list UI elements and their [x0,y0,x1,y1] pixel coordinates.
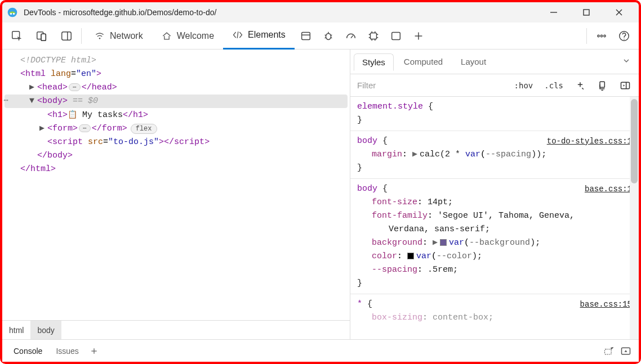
collapse-arrow-icon[interactable]: ▼ [29,95,37,108]
maximize-button[interactable] [577,5,596,20]
svg-rect-4 [584,10,589,15]
rule-body-todo[interactable]: to-do-styles.css:1 body { margin: ▶calc(… [350,131,639,179]
body-node-selected[interactable]: ⋯▼<body> == $0 [5,95,348,108]
svg-line-23 [351,35,353,38]
add-drawer-tab-icon[interactable] [86,343,103,359]
inspect-element-icon[interactable] [6,25,28,47]
crumb-html[interactable]: html [2,321,30,339]
expand-panel-icon[interactable] [617,54,635,70]
svg-line-22 [330,37,332,38]
more-options-icon[interactable] [590,25,613,47]
tab-welcome[interactable]: Welcome [152,23,223,50]
tab-computed[interactable]: Computed [396,53,451,70]
color-swatch[interactable] [440,239,447,246]
color-swatch[interactable] [407,253,414,259]
expand-arrow-icon[interactable]: ▶ [39,122,47,136]
dock-side-icon[interactable] [55,25,78,47]
source-link[interactable]: base.css:15 [580,298,632,311]
collapse-drawer-icon[interactable] [617,343,634,359]
tab-layout[interactable]: Layout [453,53,494,70]
scroll-track[interactable] [630,97,639,339]
tab-elements-label: Elements [248,30,286,40]
svg-rect-9 [41,34,46,41]
body-close-tag[interactable]: </body> [37,151,73,160]
svg-point-1 [10,13,12,15]
styles-pane: Styles Computed Layout :hov .cls [350,50,639,339]
expand-triangle-icon[interactable]: ▶ [433,238,438,248]
svg-point-2 [13,13,15,15]
toggle-sidebar-icon[interactable] [615,78,635,93]
h1-node[interactable]: <h1> [47,110,68,120]
drawer: Console Issues [2,339,639,362]
issues-shortcut-icon[interactable] [600,343,617,359]
svg-point-13 [99,37,101,39]
tab-elements[interactable]: Elements [223,23,295,50]
head-node[interactable]: <head> [37,83,68,92]
svg-point-36 [598,35,599,37]
close-button[interactable] [609,5,629,20]
svg-point-17 [326,33,331,39]
svg-line-20 [330,35,332,35]
new-style-rule-icon[interactable] [570,78,590,93]
svg-point-37 [600,35,602,37]
tab-application-icon[interactable] [295,25,317,47]
tab-debugger-icon[interactable] [317,25,340,47]
tab-network-label: Network [110,31,143,41]
copy-styles-icon[interactable] [593,78,613,93]
cls-toggle[interactable]: .cls [540,79,568,92]
doctype-node[interactable]: <!DOCTYPE html> [20,56,96,65]
scroll-thumb[interactable] [631,99,638,183]
script-node[interactable]: <script [47,137,83,147]
form-node[interactable]: <form> [47,124,78,133]
dom-tree[interactable]: <!DOCTYPE html> <html lang="en"> ▶<head>… [2,50,350,320]
tab-styles[interactable]: Styles [354,53,394,71]
filter-bar: :hov .cls [350,74,639,97]
svg-line-21 [324,37,326,38]
flex-badge[interactable]: flex [131,124,157,134]
rule-body-base[interactable]: base.css:1 body { font-size: 14pt; font-… [350,179,639,294]
tab-welcome-label: Welcome [177,31,214,41]
rule-universal[interactable]: base.css:15 * { box-sizing: content-box; [350,294,639,328]
tab-more-icon[interactable] [385,25,407,47]
window-title: DevTools - microsoftedge.github.io/Demos… [24,8,544,17]
svg-rect-24 [370,33,376,39]
device-emulation-icon[interactable] [30,25,53,47]
drawer-tab-issues[interactable]: Issues [49,343,85,359]
svg-rect-43 [600,82,604,87]
tab-memory-icon[interactable] [362,25,385,47]
svg-line-14 [237,32,238,38]
expand-arrow-icon[interactable]: ▶ [29,81,37,95]
expand-triangle-icon[interactable]: ▶ [412,150,417,159]
hov-toggle[interactable]: :hov [510,79,538,92]
svg-point-40 [624,38,624,39]
rule-element-style[interactable]: element.style { } [350,97,639,131]
svg-point-38 [604,35,606,37]
dom-tree-pane: <!DOCTYPE html> <html lang="en"> ▶<head>… [2,50,350,339]
selected-annotation: == $0 [73,96,98,106]
svg-rect-45 [621,82,630,89]
svg-rect-33 [391,32,400,39]
titlebar: DevTools - microsoftedge.github.io/Demos… [2,2,639,23]
styles-tabs: Styles Computed Layout [350,50,639,74]
clipboard-icon: 📋 [68,110,77,119]
tab-network[interactable]: Network [85,23,152,50]
help-icon[interactable] [613,25,635,47]
minimize-button[interactable] [544,5,563,20]
styles-filter-input[interactable] [350,74,510,96]
svg-rect-11 [62,32,72,40]
ellipsis-badge[interactable]: ⋯ [79,124,91,132]
add-tab-icon[interactable] [407,25,430,47]
source-link[interactable]: to-do-styles.css:1 [547,134,632,148]
devtools-app-icon [7,7,18,18]
ellipsis-badge[interactable]: ⋯ [69,83,81,91]
svg-line-19 [324,35,326,35]
html-open-tag[interactable]: <html [20,69,46,79]
tab-performance-icon[interactable] [340,25,362,47]
source-link[interactable]: base.css:1 [585,182,632,196]
styles-rules[interactable]: element.style { } to-do-styles.css:1 bod… [350,97,639,339]
svg-rect-15 [301,32,310,39]
html-close-tag[interactable]: </html> [20,164,56,174]
crumb-body[interactable]: body [30,321,61,339]
drawer-tab-console[interactable]: Console [7,343,49,359]
main-toolbar: Network Welcome Elements [2,23,639,50]
